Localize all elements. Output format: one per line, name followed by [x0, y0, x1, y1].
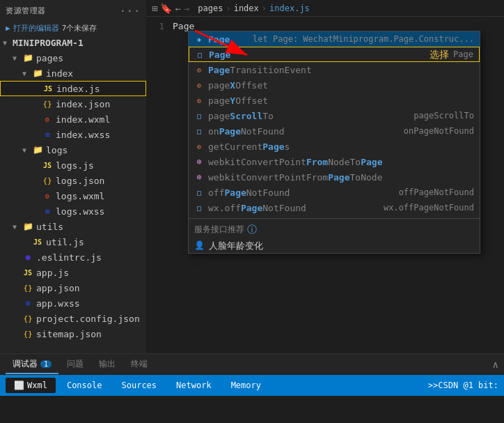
tree-item-index-wxml[interactable]: ▶ ⚙ index.wxml: [0, 111, 146, 127]
file-index-json-label: index.json: [56, 99, 110, 109]
extra-text: >>CSDN @1 bit:: [428, 380, 498, 390]
ac-label-page1: Page: [208, 33, 249, 46]
sidebar-more-icon[interactable]: ···: [119, 4, 141, 17]
sidebar-title: 资源管理器: [6, 6, 46, 16]
open-editors-bar[interactable]: ▶ 打开的编辑器 7个未保存: [0, 22, 146, 35]
ac-item-wxoffpagenotfound[interactable]: □ wx.offPageNotFound wx.offPageNotFound: [189, 200, 480, 215]
folder-logs-label: logs: [46, 145, 68, 155]
ac-item-pagescrollto[interactable]: □ pageScrollTo pageScrollTo: [189, 108, 480, 123]
tree-item-logs-folder[interactable]: ▼ 📁 logs: [0, 142, 146, 157]
tree-item-app-wxss[interactable]: ▶ ≡ app.wxss: [0, 295, 146, 311]
wxss-file-icon: ≡: [42, 206, 53, 217]
ac-item-pageyoffset[interactable]: ⊙ pageYOffset: [189, 93, 480, 108]
split-editor-icon[interactable]: ⊞: [152, 3, 157, 14]
tree-item-util-js[interactable]: ▶ JS util.js: [0, 234, 146, 249]
ac-label-wxoffpagenotfound: wx.offPageNotFound: [208, 201, 379, 215]
ac-detail-page1: let Page: WechatMiniprogram.Page.Constru…: [253, 33, 474, 46]
tab-console-label: Console: [67, 380, 102, 390]
autocomplete-dropdown[interactable]: ◈ Page let Page: WechatMiniprogram.Page.…: [188, 31, 480, 254]
project-name: MINIPROGRAM-1: [13, 38, 84, 48]
code-area[interactable]: Page ◈ Page let Page: WechatMiniprogram.…: [167, 17, 504, 353]
file-app-json-label: app.json: [36, 283, 80, 293]
tab-sources[interactable]: Sources: [113, 378, 165, 393]
tab-network[interactable]: Network: [168, 378, 220, 393]
tab-terminal[interactable]: 终端: [124, 355, 155, 374]
ac-item-page-transition[interactable]: ⊙ PageTransitionEvent: [189, 62, 480, 77]
breadcrumb-file[interactable]: index.js: [269, 3, 310, 13]
ac-detail-wxoffpagenotfound: wx.offPageNotFound: [384, 201, 474, 215]
tab-console[interactable]: Console: [58, 378, 111, 393]
tab-wxml[interactable]: ⬜ Wxml: [6, 378, 56, 393]
ac-item-webkit1[interactable]: ⊛ webkitConvertPointFromNodeToPage: [189, 154, 480, 169]
forward-icon[interactable]: →: [184, 3, 189, 14]
ac-item-pagexoffset[interactable]: ⊙ pageXOffset: [189, 77, 480, 93]
bookmark-icon[interactable]: 🔖: [160, 3, 172, 14]
tree-item-index-wxss[interactable]: ▶ ≡ index.wxss: [0, 127, 146, 142]
tree-item-logs-js[interactable]: ▶ JS logs.js: [0, 157, 146, 173]
tree-item-project-config[interactable]: ▶ {} project.config.json: [0, 311, 146, 326]
tab-output[interactable]: 输出: [92, 355, 123, 374]
tab-network-label: Network: [176, 380, 212, 390]
file-logs-json-label: logs.json: [56, 176, 104, 186]
tab-sources-label: Sources: [121, 380, 157, 390]
ac-item-getcurrentpages[interactable]: ⊙ getCurrentPages: [189, 139, 480, 154]
tree-item-index-js[interactable]: ▶ JS index.js: [0, 81, 146, 96]
tree-item-eslintrc[interactable]: ▶ ● .eslintrc.js: [0, 249, 146, 265]
tab-wxml-label: Wxml: [27, 380, 47, 390]
tab-terminal-label: 终端: [131, 358, 148, 370]
ac-item-offpagenotfound[interactable]: □ offPageNotFound offPageNotFound: [189, 185, 480, 200]
json-file-icon: {}: [22, 328, 33, 339]
line-numbers: 1: [146, 17, 167, 353]
folder-open-icon: 📁: [32, 68, 43, 79]
ac-api-item-face[interactable]: 👤 人脸年龄变化: [189, 238, 480, 253]
ac-class-icon: □: [195, 49, 205, 59]
file-logs-wxml-label: logs.wxml: [56, 191, 104, 201]
person-icon: 👤: [194, 239, 205, 252]
folder-open-icon: 📁: [22, 52, 33, 63]
back-icon[interactable]: ←: [175, 3, 180, 14]
sidebar: 资源管理器 ··· ▶ 打开的编辑器 7个未保存 ▼ MINIPROGRAM-1…: [0, 0, 146, 353]
editor-area: ⊞ 🔖 ← → pages › index › index.js 1 Page: [146, 0, 504, 353]
tab-problems[interactable]: 问题: [60, 355, 90, 374]
ac-class-icon: □: [194, 126, 204, 136]
panel-close-icon[interactable]: ∧: [493, 359, 498, 370]
tab-debugger[interactable]: 调试器 1: [6, 355, 58, 374]
tab-problems-label: 问题: [67, 358, 84, 370]
arrow-icon: ▼: [3, 39, 13, 47]
main-area: 资源管理器 ··· ▶ 打开的编辑器 7个未保存 ▼ MINIPROGRAM-1…: [0, 0, 504, 353]
panel-tabs: 调试器 1 问题 输出 终端 ∧: [0, 354, 504, 375]
ac-item-onpagenotfound[interactable]: □ onPageNotFound onPageNotFound: [189, 123, 480, 139]
arrow-icon: ▼: [13, 223, 22, 231]
tree-item-index-folder[interactable]: ▼ 📁 index: [0, 66, 146, 81]
tree-item-app-js[interactable]: ▶ JS app.js: [0, 265, 146, 280]
arrow-icon: ▼: [13, 54, 22, 62]
tree-item-logs-wxss[interactable]: ▶ ≡ logs.wxss: [0, 203, 146, 219]
breadcrumb-pages[interactable]: pages: [198, 3, 223, 13]
ac-item-page-2[interactable]: □ Page 选择 Page: [189, 47, 480, 62]
folder-open-icon: 📁: [22, 221, 33, 232]
editor-content: 1 Page ◈ Page let Page: WechatMiniprogra…: [146, 17, 504, 353]
tree-item-index-json[interactable]: ▶ {} index.json: [0, 96, 146, 111]
breadcrumb-index[interactable]: index: [234, 3, 259, 13]
tree-item-utils-folder[interactable]: ▼ 📁 utils: [0, 219, 146, 234]
js-file-icon: JS: [32, 236, 43, 247]
ac-item-page-1[interactable]: ◈ Page let Page: WechatMiniprogram.Page.…: [189, 31, 480, 47]
tree-item-app-json[interactable]: ▶ {} app.json: [0, 280, 146, 295]
tree-item-pages[interactable]: ▼ 📁 pages: [0, 50, 146, 66]
tree-item-project[interactable]: ▼ MINIPROGRAM-1: [0, 35, 146, 50]
ac-detail-pagescrollto: pageScrollTo: [414, 109, 474, 123]
ac-label-getcurrentpages: getCurrentPages: [208, 140, 474, 153]
json-file-icon: {}: [42, 175, 53, 186]
ac-label-webkit2: webkitConvertPointFromPageToNode: [208, 171, 474, 184]
open-editors-label: 打开的编辑器: [13, 23, 59, 33]
eslint-file-icon: ●: [22, 252, 33, 263]
ac-label-pagexoffset: pageXOffset: [208, 79, 474, 92]
tree-item-sitemap[interactable]: ▶ {} sitemap.json: [0, 326, 146, 341]
ac-item-webkit2[interactable]: ⊛ webkitConvertPointFromPageToNode: [189, 169, 480, 185]
tab-memory[interactable]: Memory: [223, 378, 269, 393]
arrow-icon: ▼: [22, 70, 32, 77]
ac-label-webkit1: webkitConvertPointFromNodeToPage: [208, 155, 474, 169]
tree-item-logs-wxml[interactable]: ▶ ⚙ logs.wxml: [0, 188, 146, 203]
file-project-config-label: project.config.json: [36, 314, 140, 324]
tree-item-logs-json[interactable]: ▶ {} logs.json: [0, 173, 146, 188]
